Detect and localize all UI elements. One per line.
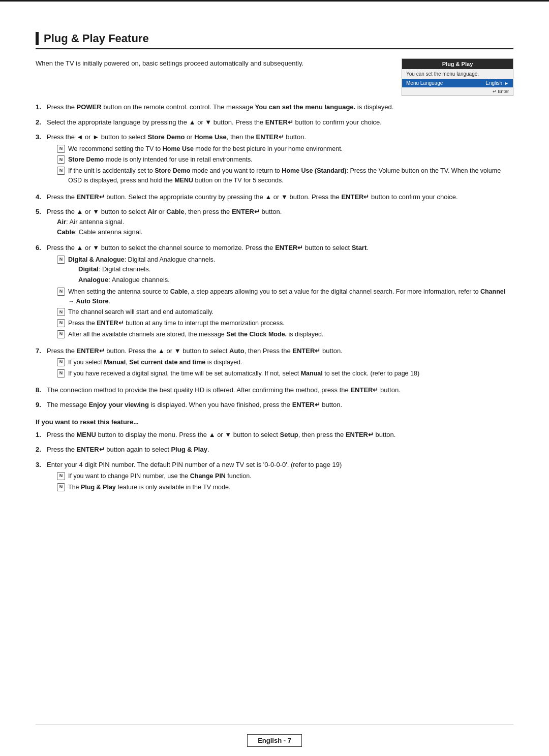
note-icon: N: [57, 155, 65, 164]
note-list: N If you select Manual, Set current date…: [47, 358, 513, 379]
note-text: The Plug & Play feature is only availabl…: [68, 483, 513, 492]
list-item-content: Press the ENTER↵ button. Press the ▲ or …: [47, 346, 513, 380]
note-item: N When setting the antenna source to Cab…: [57, 287, 513, 306]
list-item: Press the ◄ or ► button to select Store …: [36, 132, 513, 187]
note-text: Store Demo mode is only intended for use…: [68, 155, 513, 165]
reset-instructions-list: Press the MENU button to display the men…: [36, 430, 513, 494]
note-text: We recommend setting the TV to Home Use …: [68, 144, 513, 154]
list-item: Press the ENTER↵ button. Select the appr…: [36, 192, 513, 202]
sub-line: Analogue: Analogue channels.: [68, 276, 170, 284]
footer-page-label: English - 7: [247, 734, 302, 747]
page-container: Plug & Play Feature When the TV is initi…: [0, 2, 549, 724]
list-item-content: The message Enjoy your viewing is displa…: [47, 400, 513, 410]
note-icon: N: [57, 358, 65, 366]
note-item: N The channel search will start and end …: [57, 307, 513, 317]
list-item-content: The connection method to provide the bes…: [47, 385, 513, 395]
note-icon: N: [57, 288, 65, 296]
note-icon: N: [57, 472, 65, 480]
note-list: N We recommend setting the TV to Home Us…: [47, 144, 513, 185]
note-text: Digital & Analogue: Digital and Analogue…: [68, 255, 513, 286]
list-item-content: Press the ◄ or ► button to select Store …: [47, 132, 513, 187]
note-item: N If the unit is accidentally set to Sto…: [57, 166, 513, 185]
note-item: N After all the available channels are s…: [57, 330, 513, 339]
note-text: Press the ENTER↵ button at any time to i…: [68, 319, 513, 328]
list-item-content: Enter your 4 digit PIN number. The defau…: [47, 460, 513, 494]
note-item: N Press the ENTER↵ button at any time to…: [57, 319, 513, 328]
note-icon: N: [57, 145, 65, 153]
note-item: N The Plug & Play feature is only availa…: [57, 483, 513, 492]
dialog-language-value: English ►: [485, 80, 509, 86]
note-text: When setting the antenna source to Cable…: [68, 287, 513, 306]
note-text: If you have received a digital signal, t…: [68, 369, 513, 379]
list-item: The connection method to provide the bes…: [36, 385, 513, 395]
page-footer: English - 7: [36, 724, 513, 756]
list-item-content: Press the MENU button to display the men…: [47, 430, 513, 440]
list-item: Press the ▲ or ▼ button to select the ch…: [36, 243, 513, 341]
note-icon: N: [57, 308, 65, 316]
note-list: N Digital & Analogue: Digital and Analog…: [47, 255, 513, 339]
note-item: N Digital & Analogue: Digital and Analog…: [57, 255, 513, 286]
note-list: N If you want to change PIN number, use …: [47, 471, 513, 492]
list-item-content: Press the ▲ or ▼ button to select Air or…: [47, 207, 513, 238]
note-icon: N: [57, 256, 65, 264]
note-icon: N: [57, 167, 65, 175]
list-item-content: Press the ENTER↵ button. Select the appr…: [47, 192, 513, 202]
note-text: After all the available channels are sto…: [68, 330, 513, 339]
title-bar-decoration: [36, 32, 39, 45]
dialog-language-row: Menu Language English ►: [402, 79, 513, 87]
content-header: When the TV is initially powered on, bas…: [36, 58, 513, 96]
dialog-language-text: English: [485, 80, 502, 86]
note-text: If the unit is accidentally set to Store…: [68, 166, 513, 185]
section-title-container: Plug & Play Feature: [36, 32, 513, 49]
note-icon: N: [57, 369, 65, 377]
note-item: N If you want to change PIN number, use …: [57, 471, 513, 481]
note-item: N If you select Manual, Set current date…: [57, 358, 513, 367]
reset-section-title: If you want to reset this feature...: [36, 418, 513, 426]
list-item: Press the ▲ or ▼ button to select Air or…: [36, 207, 513, 238]
note-item: N We recommend setting the TV to Home Us…: [57, 144, 513, 154]
sub-line: Digital: Digital channels.: [68, 265, 150, 273]
dialog-subtitle: You can set the menu language.: [402, 69, 513, 79]
list-item-content: Select the appropriate language by press…: [47, 117, 513, 128]
list-item-content: Press the POWER button on the remote con…: [47, 102, 513, 112]
reset-section: If you want to reset this feature... Pre…: [36, 418, 513, 494]
list-item-content: Press the ▲ or ▼ button to select the ch…: [47, 243, 513, 341]
note-text: If you want to change PIN number, use th…: [68, 471, 513, 481]
list-item: The message Enjoy your viewing is displa…: [36, 400, 513, 410]
dialog-arrow-icon: ►: [504, 81, 509, 86]
note-text: The channel search will start and end au…: [68, 307, 513, 317]
note-icon: N: [57, 483, 65, 491]
list-item-content: Press the ENTER↵ button again to select …: [47, 445, 513, 455]
list-item: Press the MENU button to display the men…: [36, 430, 513, 440]
list-item: Press the ENTER↵ button. Press the ▲ or …: [36, 346, 513, 380]
page-title: Plug & Play Feature: [44, 32, 149, 45]
list-item: Press the ENTER↵ button again to select …: [36, 445, 513, 455]
list-item: Press the POWER button on the remote con…: [36, 102, 513, 112]
main-instructions-list: Press the POWER button on the remote con…: [36, 102, 513, 410]
dialog-title: Plug & Play: [402, 59, 513, 69]
note-item: N If you have received a digital signal,…: [57, 369, 513, 379]
plug-play-dialog: Plug & Play You can set the menu languag…: [402, 58, 513, 96]
list-item: Enter your 4 digit PIN number. The defau…: [36, 460, 513, 494]
intro-text: When the TV is initially powered on, bas…: [36, 58, 402, 69]
dialog-language-label: Menu Language: [406, 80, 443, 86]
sub-line: Air: Air antenna signal.: [47, 217, 513, 228]
sub-line: Cable: Cable antenna signal.: [47, 227, 513, 238]
note-text: If you select Manual, Set current date a…: [68, 358, 513, 367]
dialog-enter: ↵ Enter: [402, 87, 513, 96]
note-icon: N: [57, 319, 65, 327]
note-icon: N: [57, 330, 65, 338]
note-item: N Store Demo mode is only intended for u…: [57, 155, 513, 165]
list-item: Select the appropriate language by press…: [36, 117, 513, 128]
